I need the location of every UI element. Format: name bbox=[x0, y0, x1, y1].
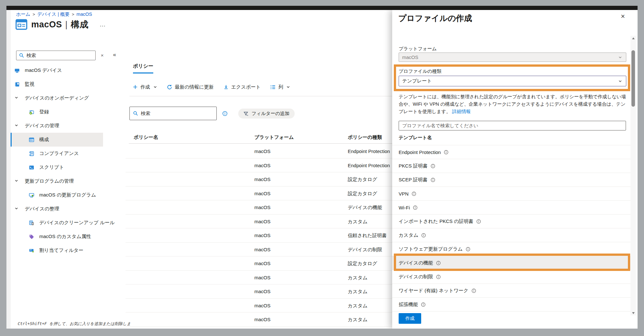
create-profile-panel: プロファイルの作成 × プラットフォーム macOS プロファイルの種類 テンプ… bbox=[392, 10, 638, 329]
sidebar-item-label: 更新プログラムの管理 bbox=[25, 178, 74, 184]
compliance-icon bbox=[29, 151, 34, 156]
refresh-button[interactable]: 最新の情報に更新 bbox=[167, 84, 214, 90]
close-icon[interactable]: × bbox=[621, 12, 625, 21]
sidebar-item[interactable]: 更新プログラムの管理 bbox=[11, 174, 103, 188]
panel-title: プロファイルの作成 bbox=[398, 13, 472, 24]
platform-label: プラットフォーム bbox=[399, 46, 437, 52]
left-edge-strip bbox=[6, 10, 11, 329]
sidebar-search-input[interactable]: 検索 bbox=[16, 51, 96, 60]
template-list-item[interactable]: 拡張機能 bbox=[392, 298, 630, 312]
export-button[interactable]: エクスポート bbox=[223, 84, 261, 90]
sidebar-search-clear-button[interactable]: × bbox=[101, 53, 104, 58]
sidebar-item[interactable]: 割り当てフィルター bbox=[11, 244, 103, 257]
sidebar-item-label: 割り当てフィルター bbox=[39, 247, 83, 254]
table-row[interactable]: macOSEndpoint Protection bbox=[126, 144, 392, 158]
breadcrumb-link[interactable]: ホーム bbox=[16, 12, 30, 17]
table-row[interactable]: macOSカスタム bbox=[126, 299, 392, 313]
table-row[interactable]: macOS信頼された証明書 bbox=[126, 228, 392, 243]
table-cell: macOS bbox=[254, 187, 341, 200]
table-cell: macOS bbox=[254, 243, 341, 256]
sidebar-item[interactable]: コンプライアンス bbox=[11, 147, 103, 160]
table-row[interactable]: macOS設定カタログ bbox=[126, 187, 392, 201]
learn-more-link[interactable]: 詳細情報 bbox=[452, 109, 471, 114]
main-content: ポリシー 作成 最新の情報に更新 エクスポート bbox=[126, 10, 392, 329]
scroll-up-icon[interactable] bbox=[630, 36, 636, 41]
more-menu-button[interactable]: … bbox=[99, 21, 106, 28]
profile-type-select[interactable]: テンプレート bbox=[399, 76, 626, 86]
sidebar-item[interactable]: macOS の更新プログラム bbox=[11, 188, 103, 202]
template-list-item[interactable]: Wi-Fi bbox=[392, 201, 630, 215]
template-list-item[interactable]: インポートされた PKCS の証明書 bbox=[392, 215, 630, 228]
sidebar-item[interactable]: スクリプト bbox=[11, 160, 103, 174]
breadcrumb-link[interactable]: デバイス | 概要 bbox=[37, 12, 70, 17]
scroll-down-icon[interactable] bbox=[630, 310, 636, 315]
table-row[interactable]: macOS設定カタログ bbox=[126, 172, 392, 187]
info-icon[interactable] bbox=[444, 150, 449, 155]
info-icon[interactable] bbox=[476, 219, 481, 224]
info-icon[interactable] bbox=[421, 233, 426, 238]
breadcrumb-separator: > bbox=[30, 12, 37, 17]
sidebar-item[interactable]: 登録 bbox=[11, 105, 103, 119]
info-icon[interactable] bbox=[413, 205, 418, 210]
sidebar-collapse-button[interactable]: « bbox=[113, 52, 116, 58]
table-row[interactable]: macOS設定カタログ bbox=[126, 256, 392, 271]
table-row[interactable]: macOSEndpoint Protection bbox=[126, 158, 392, 173]
table-row[interactable]: macOSデバイスの制限 bbox=[126, 243, 392, 257]
info-icon[interactable] bbox=[436, 261, 441, 265]
panel-scrollbar[interactable] bbox=[630, 36, 636, 315]
sidebar-item[interactable]: デバイスの整理 bbox=[11, 202, 103, 216]
sidebar-item[interactable]: macOS のカスタム属性 bbox=[11, 230, 103, 244]
create-profile-button[interactable]: 作成 bbox=[399, 313, 421, 324]
template-list-item[interactable]: Endpoint Protection bbox=[392, 145, 630, 159]
template-list-item[interactable]: VPN bbox=[392, 187, 630, 201]
info-icon[interactable] bbox=[431, 164, 435, 168]
profile-type-label: プロファイルの種類 bbox=[399, 68, 441, 74]
table-row[interactable]: macOSカスタム bbox=[126, 312, 392, 327]
template-list-item[interactable]: SCEP 証明書 bbox=[392, 173, 630, 187]
info-icon[interactable] bbox=[431, 178, 435, 182]
table-row[interactable]: macOSカスタム bbox=[126, 271, 392, 285]
create-button[interactable]: 作成 bbox=[133, 84, 157, 90]
info-icon[interactable] bbox=[222, 111, 228, 116]
info-icon[interactable] bbox=[412, 191, 416, 196]
sidebar-item[interactable]: 監視 bbox=[11, 77, 103, 91]
policy-search-input[interactable]: 検索 bbox=[129, 107, 217, 120]
refresh-icon bbox=[167, 84, 172, 90]
sidebar-item[interactable]: 構成 bbox=[11, 133, 103, 147]
screenshot-frame: ホーム>デバイス | 概要>macOS macOS|構成 … 検索 × « ma… bbox=[0, 0, 644, 336]
monitor-icon bbox=[14, 68, 20, 73]
column-header-platform[interactable]: プラットフォーム bbox=[254, 134, 294, 140]
sidebar-item-label: macOS のカスタム属性 bbox=[39, 234, 91, 240]
table-row[interactable]: macOSカスタム bbox=[126, 284, 392, 299]
template-list-item[interactable]: デバイスの機能 bbox=[392, 256, 630, 270]
template-list-item[interactable]: カスタム bbox=[392, 228, 630, 242]
template-list-item[interactable]: ワイヤード (有線) ネットワーク bbox=[392, 284, 630, 298]
template-list-item[interactable]: ソフトウェア更新プログラム bbox=[392, 242, 630, 256]
sidebar-item[interactable]: デバイスの管理 bbox=[11, 119, 103, 133]
scrollbar-thumb[interactable] bbox=[631, 50, 635, 107]
tab-policies[interactable]: ポリシー bbox=[133, 63, 153, 73]
search-icon bbox=[133, 111, 138, 116]
breadcrumb-link[interactable]: macOS bbox=[77, 12, 92, 17]
add-filter-button[interactable]: フィルターの追加 bbox=[238, 109, 295, 119]
template-name: カスタム bbox=[399, 232, 418, 238]
table-cell: 設定カタログ bbox=[348, 187, 392, 200]
template-search-input[interactable]: プロファイル名で検索してください bbox=[399, 121, 626, 130]
sidebar-item[interactable]: デバイスのオンボーディング bbox=[11, 91, 103, 105]
table-row[interactable]: macOSデバイスの機能 bbox=[126, 200, 392, 215]
info-icon[interactable] bbox=[466, 247, 470, 252]
info-icon[interactable] bbox=[471, 288, 476, 293]
chevron-down-icon bbox=[14, 179, 20, 184]
sidebar-item[interactable]: macOS デバイス bbox=[11, 63, 103, 77]
table-row[interactable]: macOSカスタム bbox=[126, 215, 392, 229]
breadcrumb: ホーム>デバイス | 概要>macOS bbox=[16, 11, 92, 17]
template-list-item[interactable]: デバイスの制限 bbox=[392, 270, 630, 284]
column-header-policy-type[interactable]: ポリシーの種類 bbox=[348, 134, 382, 140]
info-icon[interactable] bbox=[421, 302, 426, 307]
info-icon[interactable] bbox=[436, 274, 441, 279]
columns-button[interactable]: 列 bbox=[270, 84, 290, 90]
column-header-policy-name[interactable]: ポリシー名 bbox=[134, 134, 158, 140]
sidebar-item[interactable]: デバイスのクリーンアップ ルール bbox=[11, 216, 103, 230]
table-cell: カスタム bbox=[348, 312, 392, 326]
template-list-item[interactable]: PKCS 証明書 bbox=[392, 159, 630, 173]
